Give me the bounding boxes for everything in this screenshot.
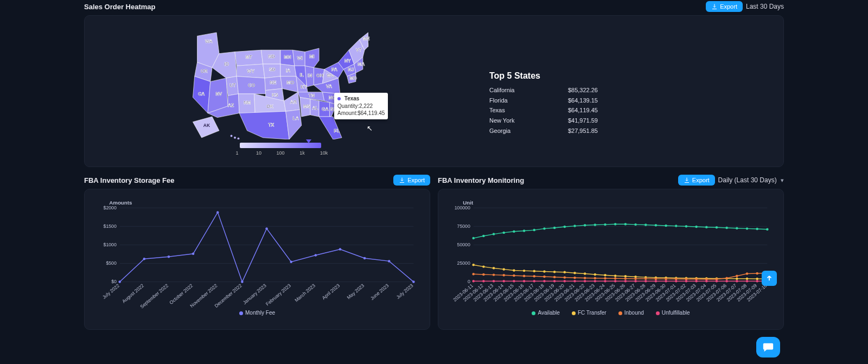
svg-point-118	[685, 225, 687, 227]
svg-text:$500: $500	[106, 260, 117, 266]
svg-point-104	[543, 227, 545, 229]
top5-amount: $41,971.59	[568, 116, 598, 126]
map-tooltip: Texas Quantity:2,222 Amount:$64,119.45	[334, 93, 388, 119]
svg-point-203	[634, 280, 636, 282]
top5-state: California	[489, 85, 514, 95]
svg-point-71	[388, 260, 390, 262]
svg-point-204	[644, 280, 647, 282]
monitor-legend-item[interactable]: Unfulfillable	[656, 310, 690, 316]
svg-point-103	[533, 229, 535, 231]
svg-point-67	[290, 261, 292, 263]
svg-point-100	[503, 232, 505, 234]
heatmap-range-label[interactable]: Last 30 Days	[746, 3, 784, 10]
svg-point-153	[736, 277, 738, 279]
svg-point-177	[675, 278, 677, 280]
us-map[interactable]: WA OR CA NV ID MT WY UT CO AZ NM ND SD N…	[191, 25, 370, 139]
chat-icon	[762, 341, 774, 353]
legend-dot-icon	[239, 311, 243, 315]
svg-point-107	[573, 225, 576, 227]
svg-point-184	[746, 272, 748, 274]
monitor-legend-item[interactable]: FC Transfer	[572, 310, 607, 316]
storage-title: FBA Inventory Storage Fee	[84, 176, 174, 184]
svg-point-197	[573, 280, 576, 282]
svg-point-201	[614, 280, 616, 282]
svg-point-208	[685, 280, 687, 282]
svg-text:August 2022: August 2022	[121, 283, 145, 304]
svg-point-157	[472, 273, 474, 275]
svg-point-119	[695, 226, 697, 228]
svg-point-168	[584, 277, 586, 279]
svg-point-121	[716, 226, 718, 228]
svg-point-155	[756, 278, 758, 280]
svg-point-108	[584, 224, 586, 226]
legend-label: Unfulfillable	[662, 310, 690, 316]
storage-legend-label: Monthly Fee	[245, 310, 275, 316]
svg-point-140	[604, 274, 606, 276]
export-label: Export	[720, 3, 737, 10]
svg-point-120	[705, 226, 707, 228]
svg-point-116	[665, 225, 667, 227]
svg-point-154	[746, 278, 748, 280]
svg-point-46	[231, 135, 233, 137]
svg-point-161	[513, 274, 515, 277]
svg-point-189	[493, 280, 495, 282]
svg-text:February 2023: February 2023	[265, 283, 292, 306]
top5-state: Texas	[489, 105, 505, 116]
svg-text:October 2022: October 2022	[168, 283, 194, 305]
svg-point-129	[493, 267, 495, 269]
us-map-container: WA OR CA NV ID MT WY UT CO AZ NM ND SD N…	[93, 22, 468, 161]
tooltip-amt-label: Amount:	[337, 110, 358, 116]
heatmap-title: Sales Order Heatmap	[84, 3, 156, 11]
monitor-range-select[interactable]: Daily (Last 30 Days) ▾	[718, 176, 784, 184]
storage-chart[interactable]: Amounts$0$500$1000$1500$2000July 2022Aug…	[93, 196, 421, 310]
heatmap-export-button[interactable]: Export	[706, 1, 743, 12]
svg-point-195	[553, 280, 556, 282]
arrow-up-icon	[765, 274, 773, 282]
svg-point-160	[503, 274, 505, 276]
svg-text:$1500: $1500	[104, 223, 117, 229]
legend-tick: 10	[253, 150, 264, 156]
svg-point-176	[665, 278, 667, 280]
svg-point-188	[482, 280, 484, 282]
legend-dot-icon	[656, 311, 660, 315]
svg-point-170	[604, 277, 606, 279]
svg-point-213	[736, 280, 738, 282]
tooltip-amt: $64,119.45	[358, 110, 385, 116]
svg-point-101	[513, 231, 515, 233]
top5-row: Texas$64,119.45	[489, 105, 598, 116]
svg-point-207	[675, 280, 677, 282]
legend-tick: 10k	[318, 150, 329, 156]
scroll-to-top-button[interactable]	[762, 271, 777, 286]
download-icon	[711, 3, 718, 10]
monitor-export-button[interactable]: Export	[678, 175, 715, 186]
legend-dot-icon	[532, 311, 535, 315]
monitor-range-label: Daily (Last 30 Days)	[718, 176, 777, 184]
legend-dot-icon	[572, 311, 576, 315]
svg-point-47	[234, 137, 236, 139]
legend-tick: 100	[275, 150, 286, 156]
svg-point-175	[655, 278, 657, 280]
storage-header: FBA Inventory Storage Fee Export	[84, 174, 430, 189]
svg-point-72	[412, 280, 414, 283]
svg-point-162	[523, 274, 525, 277]
svg-point-66	[265, 227, 267, 229]
svg-text:July 2022: July 2022	[101, 283, 120, 300]
svg-point-178	[685, 278, 687, 280]
storage-export-button[interactable]: Export	[393, 175, 430, 186]
svg-text:April 2023: April 2023	[321, 283, 341, 301]
svg-point-209	[695, 280, 697, 282]
monitor-chart[interactable]: Unit02500050000750001000002023-06-112023…	[447, 196, 775, 310]
monitor-legend-item[interactable]: Available	[532, 310, 559, 316]
svg-point-97	[472, 237, 474, 239]
svg-point-158	[482, 273, 484, 276]
svg-point-215	[756, 280, 758, 282]
monitor-title: FBA Inventory Monitoring	[438, 176, 524, 184]
svg-point-102	[523, 229, 525, 232]
svg-point-63	[192, 253, 194, 255]
chat-button[interactable]	[756, 337, 780, 357]
svg-point-182	[725, 277, 727, 279]
svg-point-210	[705, 280, 707, 282]
svg-point-200	[604, 280, 606, 282]
storage-legend: Monthly Fee	[93, 310, 421, 316]
monitor-legend-item[interactable]: Inbound	[618, 310, 644, 316]
